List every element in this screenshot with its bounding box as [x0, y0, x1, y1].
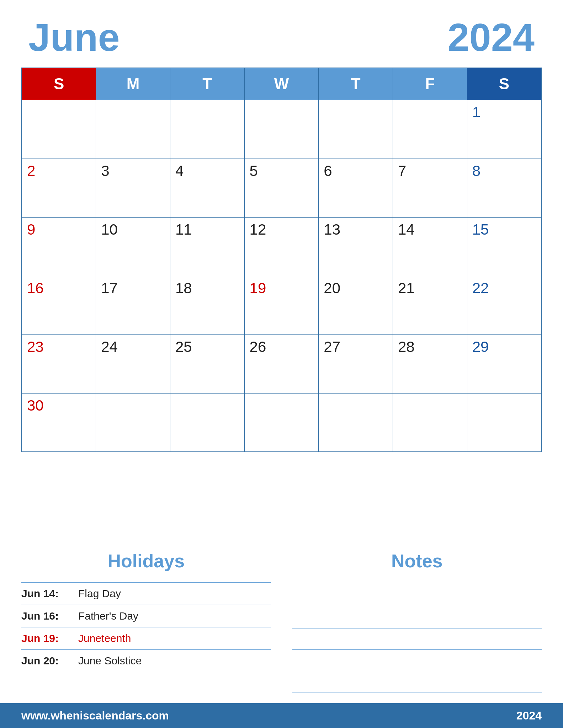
notes-lines	[292, 582, 542, 692]
holidays-title: Holidays	[21, 550, 271, 572]
calendar-cell-r6-c3	[170, 393, 244, 452]
calendar-row-4: 16171819202122	[22, 276, 541, 334]
holiday-name-1: Father's Day	[78, 610, 138, 622]
calendar-cell-r4-c3: 18	[170, 276, 244, 334]
calendar-cell-r2-c5: 6	[319, 159, 393, 217]
notes-section: Notes	[292, 550, 542, 692]
holiday-name-2: Juneteenth	[78, 632, 131, 644]
calendar-cell-r1-c5	[319, 100, 393, 159]
calendar-cell-r4-c7: 22	[467, 276, 541, 334]
holiday-list: Jun 14:Flag DayJun 16:Father's DayJun 19…	[21, 582, 271, 672]
calendar-cell-r2-c7: 8	[467, 159, 541, 217]
calendar-cell-r3-c6: 14	[393, 217, 467, 276]
calendar-cell-r6-c7	[467, 393, 541, 452]
calendar-cell-r6-c5	[319, 393, 393, 452]
note-line-3[interactable]	[292, 628, 542, 650]
holiday-item-2: Jun 19:Juneteenth	[21, 627, 271, 650]
calendar-cell-r2-c4: 5	[244, 159, 319, 217]
calendar-cell-r5-c2: 24	[96, 334, 170, 393]
holiday-date-0: Jun 14:	[21, 588, 64, 600]
holidays-section: Holidays Jun 14:Flag DayJun 16:Father's …	[21, 550, 271, 692]
calendar-row-2: 2345678	[22, 159, 541, 217]
header-wednesday: W	[244, 68, 319, 100]
calendar-cell-r1-c6	[393, 100, 467, 159]
calendar-cell-r5-c7: 29	[467, 334, 541, 393]
holiday-name-3: June Solstice	[78, 655, 142, 667]
calendar-cell-r4-c1: 16	[22, 276, 96, 334]
calendar-cell-r5-c3: 25	[170, 334, 244, 393]
month-title: June	[28, 18, 120, 57]
header-monday: M	[96, 68, 170, 100]
calendar-container: S M T W T F S 12345678910111213141516171…	[0, 68, 563, 536]
calendar-cell-r5-c4: 26	[244, 334, 319, 393]
calendar-cell-r3-c4: 12	[244, 217, 319, 276]
header-thursday: T	[319, 68, 393, 100]
calendar-cell-r3-c2: 10	[96, 217, 170, 276]
calendar-cell-r4-c4: 19	[244, 276, 319, 334]
calendar-cell-r4-c2: 17	[96, 276, 170, 334]
header-sunday: S	[22, 68, 96, 100]
calendar-cell-r6-c2	[96, 393, 170, 452]
header-saturday: S	[467, 68, 541, 100]
bottom-section: Holidays Jun 14:Flag DayJun 16:Father's …	[0, 536, 563, 703]
calendar-cell-r1-c1	[22, 100, 96, 159]
year-title: 2024	[447, 18, 535, 57]
calendar-cell-r1-c2	[96, 100, 170, 159]
holiday-date-3: Jun 20:	[21, 655, 64, 667]
calendar-cell-r5-c1: 23	[22, 334, 96, 393]
calendar-cell-r3-c1: 9	[22, 217, 96, 276]
footer-year: 2024	[516, 709, 542, 722]
footer: www.wheniscalendars.com 2024	[0, 703, 563, 728]
note-line-4[interactable]	[292, 650, 542, 671]
header-tuesday: T	[170, 68, 244, 100]
notes-title: Notes	[292, 550, 542, 572]
calendar-cell-r2-c3: 4	[170, 159, 244, 217]
holiday-name-0: Flag Day	[78, 588, 121, 600]
calendar-cell-r3-c5: 13	[319, 217, 393, 276]
calendar-row-1: 1	[22, 100, 541, 159]
holiday-item-3: Jun 20:June Solstice	[21, 650, 271, 672]
calendar-row-6: 30	[22, 393, 541, 452]
calendar-cell-r5-c6: 28	[393, 334, 467, 393]
calendar-page: June 2024 S M T W T F S 1234567891011121…	[0, 0, 563, 728]
calendar-cell-r1-c3	[170, 100, 244, 159]
header: June 2024	[0, 0, 563, 68]
note-line-1[interactable]	[292, 586, 542, 607]
calendar-row-3: 9101112131415	[22, 217, 541, 276]
holiday-date-1: Jun 16:	[21, 610, 64, 622]
calendar-table: S M T W T F S 12345678910111213141516171…	[21, 68, 542, 452]
calendar-cell-r6-c1: 30	[22, 393, 96, 452]
calendar-row-5: 23242526272829	[22, 334, 541, 393]
calendar-cell-r4-c5: 20	[319, 276, 393, 334]
calendar-cell-r6-c4	[244, 393, 319, 452]
holiday-date-2: Jun 19:	[21, 632, 64, 644]
calendar-cell-r3-c7: 15	[467, 217, 541, 276]
calendar-cell-r5-c5: 27	[319, 334, 393, 393]
weekday-header-row: S M T W T F S	[22, 68, 541, 100]
header-friday: F	[393, 68, 467, 100]
calendar-cell-r6-c6	[393, 393, 467, 452]
calendar-cell-r1-c4	[244, 100, 319, 159]
calendar-cell-r2-c6: 7	[393, 159, 467, 217]
calendar-cell-r1-c7: 1	[467, 100, 541, 159]
calendar-cell-r4-c6: 21	[393, 276, 467, 334]
calendar-cell-r2-c1: 2	[22, 159, 96, 217]
calendar-cell-r3-c3: 11	[170, 217, 244, 276]
calendar-cell-r2-c2: 3	[96, 159, 170, 217]
footer-url: www.wheniscalendars.com	[21, 709, 169, 722]
holiday-item-0: Jun 14:Flag Day	[21, 582, 271, 605]
note-line-5[interactable]	[292, 671, 542, 692]
note-line-2[interactable]	[292, 607, 542, 628]
holiday-item-1: Jun 16:Father's Day	[21, 605, 271, 627]
